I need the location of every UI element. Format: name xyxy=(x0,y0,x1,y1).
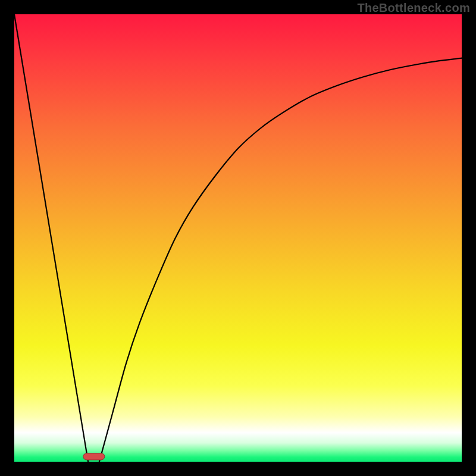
bottleneck-chart xyxy=(14,14,462,462)
minimum-marker xyxy=(83,453,105,460)
gradient-background xyxy=(14,14,462,462)
watermark-text: TheBottleneck.com xyxy=(357,1,470,15)
chart-frame: TheBottleneck.com xyxy=(0,0,476,476)
chart-plot-area xyxy=(14,14,462,462)
